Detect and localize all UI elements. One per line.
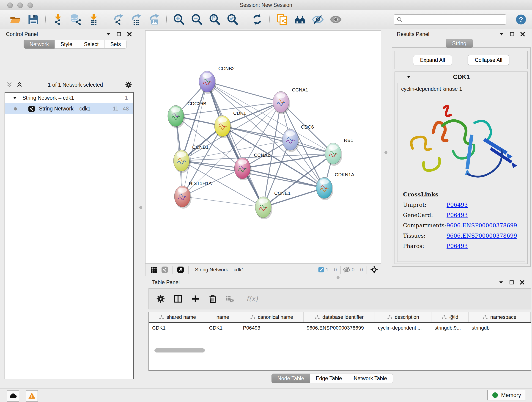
network-node-CCNA2[interactable] xyxy=(234,158,252,180)
zoom-selected-icon[interactable] xyxy=(227,13,239,26)
tab-style[interactable]: Style xyxy=(55,40,78,49)
hidden-eye-icon[interactable] xyxy=(343,266,350,274)
birdseye-icon[interactable] xyxy=(370,266,378,274)
save-session-icon[interactable] xyxy=(27,13,39,26)
table-cell[interactable]: 9606.ENSP00000378699 xyxy=(303,323,375,333)
search-field[interactable] xyxy=(394,14,506,25)
network-edge[interactable] xyxy=(207,82,263,207)
export-table-icon[interactable] xyxy=(130,13,142,26)
node-label: CCNE1 xyxy=(274,191,291,196)
network-node-RB1[interactable] xyxy=(325,143,342,166)
tab-node-table[interactable]: Node Table xyxy=(272,374,310,383)
table-cell[interactable]: CDK1 xyxy=(206,323,240,333)
network-node-CCNE1[interactable] xyxy=(255,197,272,219)
collapse-all-button[interactable]: Collapse All xyxy=(468,55,509,65)
tab-string[interactable]: String xyxy=(446,39,473,48)
expand-all-button[interactable]: Expand All xyxy=(413,55,452,65)
split-columns-icon[interactable] xyxy=(173,294,183,304)
show-all-icon[interactable] xyxy=(330,13,342,26)
current-network-name: String Network – cdk1 xyxy=(195,267,244,273)
panel-menu-icon[interactable] xyxy=(498,279,504,285)
table-cell[interactable]: stringdb xyxy=(468,323,530,333)
import-table-icon[interactable] xyxy=(88,13,100,26)
panel-close-icon[interactable] xyxy=(519,279,525,285)
panel-menu-icon[interactable] xyxy=(499,31,505,37)
zoom-out-icon[interactable] xyxy=(191,13,203,26)
column-header-namespace[interactable]: namespace xyxy=(468,312,530,323)
tab-network-table[interactable]: Network Table xyxy=(348,374,393,383)
search-input[interactable] xyxy=(404,16,504,23)
panel-close-icon[interactable] xyxy=(127,31,133,37)
column-header-database-identifier[interactable]: database identifier xyxy=(303,312,375,323)
crosslink-pharos[interactable]: P06493 xyxy=(447,243,468,249)
warning-button[interactable] xyxy=(26,390,38,402)
crosslink-genecard[interactable]: P06493 xyxy=(447,212,468,218)
first-neighbors-icon[interactable] xyxy=(294,13,306,26)
hide-selected-icon[interactable] xyxy=(312,13,324,26)
tab-edge-table[interactable]: Edge Table xyxy=(310,374,348,383)
tab-select[interactable]: Select xyxy=(78,40,105,49)
panel-float-icon[interactable] xyxy=(509,31,515,37)
node-table[interactable]: shared namenamecanonical namedatabase id… xyxy=(148,312,531,371)
tab-sets[interactable]: Sets xyxy=(104,40,127,49)
network-collection-row[interactable]: String Network – cdk1 1 xyxy=(5,93,133,103)
table-cell[interactable]: cyclin-dependent ... xyxy=(375,323,431,333)
copy-network-icon[interactable] xyxy=(276,13,288,26)
add-column-icon[interactable] xyxy=(191,294,200,304)
network-row-selected[interactable]: String Network – cdk1 11 48 xyxy=(5,103,133,114)
import-network-database-icon[interactable] xyxy=(70,13,82,26)
network-edge[interactable] xyxy=(182,196,263,207)
open-external-icon[interactable] xyxy=(177,266,184,274)
triangle-down-icon[interactable] xyxy=(406,74,412,80)
horizontal-scrollbar[interactable] xyxy=(154,348,205,352)
grid-view-icon[interactable] xyxy=(150,266,157,274)
network-edge[interactable] xyxy=(242,168,324,188)
selected-checkbox-icon[interactable] xyxy=(318,267,324,273)
tab-network[interactable]: Network xyxy=(24,40,55,49)
table-cell[interactable]: stringdb:9... xyxy=(431,323,468,333)
refresh-icon[interactable] xyxy=(251,13,263,26)
expand-all-icon[interactable] xyxy=(16,81,23,88)
network-edge[interactable] xyxy=(263,188,324,207)
network-node-CDKN1A[interactable] xyxy=(316,177,333,200)
network-canvas[interactable]: CCNB2CCNA1CDC25BCDK1CDC6RB1CCNB1CCNA2CDK… xyxy=(145,31,381,263)
panel-menu-icon[interactable] xyxy=(105,31,111,37)
help-button[interactable]: ? xyxy=(515,14,526,25)
open-session-icon[interactable] xyxy=(9,13,21,26)
gene-section-header[interactable]: CDK1 xyxy=(395,72,527,82)
column-header-name[interactable]: name xyxy=(206,312,240,323)
network-node-HIST1H1A[interactable] xyxy=(174,186,191,209)
export-image-icon[interactable] xyxy=(148,13,160,26)
zoom-fit-icon[interactable] xyxy=(209,13,221,26)
table-cell[interactable]: P06493 xyxy=(240,323,303,333)
table-cell[interactable]: CDK1 xyxy=(149,323,206,333)
network-edge[interactable] xyxy=(182,82,207,196)
string-badge-icon[interactable] xyxy=(161,266,168,274)
panel-float-icon[interactable] xyxy=(509,279,515,285)
vertical-splitter-handle[interactable] xyxy=(385,151,387,154)
zoom-in-icon[interactable] xyxy=(173,13,185,26)
export-network-icon[interactable] xyxy=(113,13,124,26)
cloud-button[interactable] xyxy=(7,390,19,402)
vertical-splitter-handle[interactable] xyxy=(139,206,142,209)
panel-close-icon[interactable] xyxy=(520,31,526,37)
crosslink-tissues[interactable]: 9606.ENSP00000378699 xyxy=(447,233,517,239)
network-node-CCNB1[interactable] xyxy=(173,150,191,173)
gear-icon[interactable] xyxy=(156,294,165,304)
import-network-file-icon[interactable] xyxy=(52,13,64,26)
column-header-canonical-name[interactable]: canonical name xyxy=(240,312,303,323)
crosslink-uniprot[interactable]: P06493 xyxy=(447,202,468,208)
column-header-shared-name[interactable]: shared name xyxy=(149,312,206,323)
table-row[interactable]: CDK1CDK1P064939606.ENSP00000378699cyclin… xyxy=(149,323,531,333)
collapse-all-icon[interactable] xyxy=(6,81,13,88)
column-header-description[interactable]: description xyxy=(375,312,431,323)
network-node-CCNB2[interactable] xyxy=(199,71,216,94)
trash-icon[interactable] xyxy=(208,294,218,304)
memory-button[interactable]: Memory xyxy=(487,390,526,400)
panel-float-icon[interactable] xyxy=(116,31,122,37)
column-header--id[interactable]: @id xyxy=(431,312,468,323)
gear-icon[interactable] xyxy=(125,81,133,89)
crosslink-compartments[interactable]: 9606.ENSP00000378699 xyxy=(447,222,517,229)
triangle-down-icon[interactable] xyxy=(12,96,17,101)
horizontal-splitter-handle[interactable] xyxy=(336,276,340,279)
